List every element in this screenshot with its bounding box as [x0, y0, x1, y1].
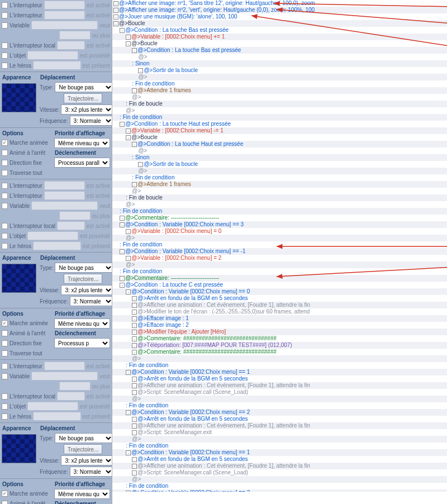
expand-icon[interactable]	[126, 289, 131, 294]
event-line[interactable]: @>Commentaire: #########################…	[112, 349, 447, 355]
select-frequence[interactable]: 3: Normale	[70, 467, 114, 477]
event-line[interactable]: @>	[112, 94, 447, 101]
event-line[interactable]: : Fin de condition	[112, 241, 447, 248]
select-priorite[interactable]: Même niveau que le h	[54, 138, 110, 148]
expand-icon[interactable]	[138, 162, 143, 167]
expand-icon[interactable]	[132, 390, 137, 395]
expand-icon[interactable]	[126, 450, 131, 455]
expand-icon[interactable]	[132, 48, 137, 53]
input[interactable]	[59, 382, 91, 391]
expand-icon[interactable]	[120, 222, 125, 227]
event-line[interactable]: @>Condition : Variable [0002:Choix menu]…	[112, 409, 447, 416]
event-line[interactable]: @>Téléportation: [007:####MAP POUR TEST#…	[112, 342, 447, 349]
event-line[interactable]: @>Script: SceneManager.exit	[112, 429, 447, 436]
event-line[interactable]: @>Attendre 1 frames	[112, 87, 447, 94]
event-line[interactable]: : Sinon	[112, 60, 447, 67]
checkbox-variable[interactable]	[2, 203, 8, 209]
appearance-preview[interactable]	[2, 264, 36, 293]
expand-icon[interactable]	[126, 41, 131, 46]
input-interrupteur2[interactable]	[44, 191, 85, 200]
checkbox-heros[interactable]	[2, 243, 8, 249]
checkbox-interlocal[interactable]	[2, 393, 8, 400]
input[interactable]	[27, 402, 78, 411]
event-line[interactable]: : Fin de condition	[112, 174, 447, 181]
trajectoire-button[interactable]: Trajectoire...	[64, 93, 102, 103]
select-type[interactable]: Ne bouge pas	[55, 263, 113, 273]
input[interactable]	[57, 392, 85, 401]
expand-icon[interactable]	[120, 216, 125, 221]
event-line[interactable]: @>Modifier le ton de l'écran : (-255,-25…	[112, 308, 447, 315]
event-line[interactable]: @>Boucle	[112, 20, 447, 27]
select-vitesse[interactable]: 3: x2 plus lente	[61, 104, 113, 115]
event-line[interactable]: @>Condition : La touche Bas est pressée	[112, 27, 447, 34]
checkbox-objet[interactable]	[2, 403, 8, 410]
appearance-preview[interactable]	[2, 83, 36, 112]
event-line[interactable]: @>Commentaire: #########################…	[112, 335, 447, 342]
select-vitesse[interactable]: 3: x2 plus lente	[61, 455, 113, 465]
event-line[interactable]: : Fin de condition	[112, 114, 447, 121]
expand-icon[interactable]	[126, 370, 131, 375]
event-line[interactable]: : Fin de boucle	[112, 101, 447, 107]
expand-icon[interactable]	[138, 68, 143, 73]
event-line[interactable]: @>	[112, 168, 447, 174]
event-line[interactable]: @>Boucle	[112, 134, 447, 141]
event-line[interactable]: @>	[112, 396, 447, 402]
expand-icon[interactable]	[113, 1, 118, 6]
event-line[interactable]: : Fin de condition	[112, 268, 447, 275]
event-line[interactable]: : Fin de condition	[112, 402, 447, 409]
checkbox-heros[interactable]	[2, 413, 8, 420]
expand-icon[interactable]	[132, 350, 137, 355]
cb-traverse[interactable]	[2, 350, 8, 356]
expand-icon[interactable]	[132, 142, 137, 147]
expand-icon[interactable]	[132, 296, 137, 301]
expand-icon[interactable]	[113, 15, 118, 20]
expand-icon[interactable]	[132, 457, 137, 462]
input[interactable]	[31, 372, 98, 381]
checkbox-variable[interactable]	[2, 22, 8, 28]
checkbox-interrupteur2[interactable]	[2, 12, 8, 18]
expand-icon[interactable]	[126, 129, 131, 134]
cb-anime[interactable]	[2, 501, 8, 505]
input-variable[interactable]	[31, 201, 98, 210]
event-line[interactable]: @>Condition : Variable [0002:Choix menu]…	[112, 369, 447, 375]
expand-icon[interactable]	[132, 323, 137, 328]
event-line[interactable]: : Fin de boucle	[112, 194, 447, 201]
input-objet[interactable]	[27, 51, 78, 60]
input-interlocal[interactable]	[57, 221, 85, 230]
cb-anime[interactable]	[2, 150, 8, 156]
checkbox-interlocal[interactable]	[2, 42, 8, 49]
select-frequence[interactable]: 3: Normale	[70, 296, 114, 306]
expand-icon[interactable]	[132, 182, 137, 187]
event-line[interactable]: @>	[112, 355, 447, 362]
expand-icon[interactable]	[132, 383, 137, 388]
input[interactable]	[33, 412, 81, 421]
event-line[interactable]: @>Variable : [0002:Choix menu] = 0	[112, 228, 447, 235]
expand-icon[interactable]	[132, 343, 137, 348]
event-line[interactable]: : Sinon	[112, 154, 447, 161]
expand-icon[interactable]	[113, 8, 118, 13]
expand-icon[interactable]	[126, 256, 131, 261]
select-declenchement[interactable]: Processus parallèle	[54, 158, 110, 168]
event-line[interactable]: : Fin de condition	[112, 362, 447, 369]
expand-icon[interactable]	[132, 430, 137, 435]
event-line[interactable]: @>	[112, 235, 447, 241]
expand-icon[interactable]	[132, 303, 137, 308]
checkbox-heros[interactable]	[2, 63, 8, 69]
select-type[interactable]: Ne bouge pas	[55, 82, 113, 92]
event-line[interactable]: @>Afficher une animation : Cet événement…	[112, 302, 447, 308]
expand-icon[interactable]	[132, 310, 137, 315]
event-line[interactable]: : Fin de condition	[112, 443, 447, 449]
event-line[interactable]: @>Commentaire: -------------------------…	[112, 275, 447, 282]
event-line[interactable]: @>Afficher une image: nº1, 'Sans titre 1…	[112, 0, 447, 7]
checkbox-objet[interactable]	[2, 233, 8, 239]
select-type[interactable]: Ne bouge pas	[55, 433, 113, 443]
event-line[interactable]: @>	[112, 476, 447, 483]
event-line[interactable]: @>	[112, 74, 447, 80]
expand-icon[interactable]	[132, 424, 137, 429]
select-priorite[interactable]: Même niveau que le h	[54, 489, 110, 499]
expand-icon[interactable]	[132, 330, 137, 335]
expand-icon[interactable]	[132, 417, 137, 422]
expand-icon[interactable]	[120, 283, 125, 288]
event-line[interactable]: @>Condition : Variable [0002:Choix menu]…	[112, 221, 447, 228]
event-line[interactable]: @>Script: SceneManager.call (Scene_Load)	[112, 469, 447, 476]
